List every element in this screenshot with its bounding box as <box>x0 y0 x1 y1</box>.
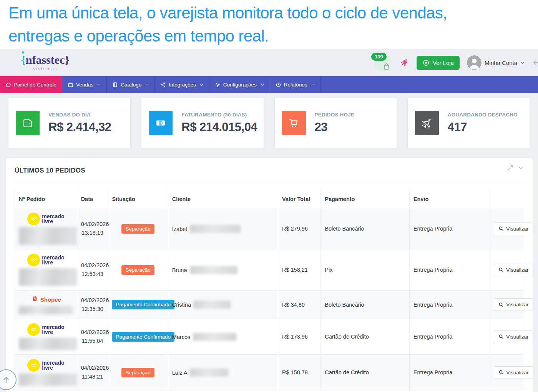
nav-item-configuracoes[interactable]: Configurações <box>209 76 270 93</box>
configuracoes-icon <box>215 82 221 88</box>
plane-icon <box>415 111 439 135</box>
app-header: {nfasstec} sistemas 139 Ver Loja Minha C… <box>0 49 538 76</box>
order-time: 12:53:43 <box>81 270 104 279</box>
orders-table: Nº PedidoDataSituaçãoClienteValor TotalP… <box>15 190 524 390</box>
expand-icon[interactable] <box>507 164 513 171</box>
ver-loja-label: Ver Loja <box>433 60 454 66</box>
nav-item-painel[interactable]: Painel de Controle <box>0 76 62 93</box>
nav-item-catalogo[interactable]: Catálogo <box>107 76 155 93</box>
banknote-icon <box>149 111 173 135</box>
column-header: Envio <box>409 190 490 208</box>
chevron-down-icon <box>145 83 149 87</box>
order-row: mercadolivre04/02/202612:53:43SeparaçãoB… <box>15 249 524 291</box>
order-date: 04/02/2026 <box>81 261 104 270</box>
column-header: Cliente <box>168 190 278 208</box>
status-cell: Pagamento Confirmado <box>108 319 168 355</box>
avatar <box>467 55 482 70</box>
mercadolivre-logo: mercadolivre <box>19 323 73 336</box>
orders-panel-header: ÚLTIMOS 10 PEDIDOS <box>15 167 524 174</box>
nav-item-relatorios[interactable]: Relatórios <box>270 76 321 93</box>
view-button[interactable]: Visualizar <box>494 366 533 379</box>
redacted-order-number <box>19 374 77 386</box>
logo-infasstec[interactable]: {nfasstec} sistemas <box>21 54 69 71</box>
kpi-label: FATURAMENTO (30 DIAS) <box>181 112 257 118</box>
shopping-bag-icon <box>382 62 391 71</box>
magnifier-icon <box>498 370 504 375</box>
client-cell: Izabel <box>168 208 278 249</box>
home-icon <box>5 82 11 88</box>
status-cell: Separação <box>108 249 168 291</box>
kpi-text: PEDIDOS HOJE23 <box>315 112 355 134</box>
magnifier-icon <box>498 334 504 339</box>
order-number-cell: mercadolivre <box>15 319 77 355</box>
view-button-label: Visualizar <box>506 226 528 232</box>
order-time: 11:48:21 <box>81 372 104 381</box>
total-cell: R$ 173,96 <box>278 319 320 355</box>
nav-item-label: Vendas <box>76 82 93 88</box>
nav-item-label: Integrações <box>169 82 196 88</box>
handshake-icon <box>27 359 40 372</box>
nav-item-vendas[interactable]: Vendas <box>62 76 107 93</box>
order-time: 11:55:04 <box>81 337 104 345</box>
date-cell: 04/02/202611:55:04 <box>77 319 108 355</box>
chevron-down-icon <box>311 83 315 87</box>
ver-loja-button[interactable]: Ver Loja <box>417 56 460 70</box>
kpi-value: R$ 214.015,04 <box>181 120 257 134</box>
account-menu[interactable]: Minha Conta <box>467 55 525 70</box>
logout-icon[interactable] <box>532 56 538 69</box>
chevron-down-icon <box>199 83 204 87</box>
order-date: 04/02/2026 <box>81 220 104 229</box>
view-button[interactable]: Visualizar <box>494 298 533 311</box>
shopee-bag-icon: S <box>31 295 39 304</box>
client-cell: Cristina <box>168 291 278 319</box>
account-label: Minha Conta <box>485 60 517 66</box>
kpi-label: AGUARDANDO DESPACHO <box>448 112 518 118</box>
column-header: Data <box>77 190 108 208</box>
nav-item-label: Configurações <box>223 82 257 88</box>
status-badge: Separação <box>121 224 154 234</box>
kpi-label: PEDIDOS HOJE <box>315 112 355 118</box>
shipping-cell: Entrega Propria <box>409 319 490 355</box>
mercadolivre-logo: mercadolivre <box>19 359 73 372</box>
order-time: 12:35:30 <box>81 305 104 314</box>
kpi-card-pedidos-hoje: PEDIDOS HOJE23 <box>275 98 397 148</box>
logo-dot <box>22 51 24 53</box>
shopee-wordmark: Shopee <box>40 296 61 303</box>
view-button-label: Visualizar <box>506 302 528 307</box>
cart-icon <box>282 111 306 135</box>
notifications-badge[interactable]: 139 <box>374 54 392 71</box>
nav-item-integracoes[interactable]: Integrações <box>155 76 209 93</box>
status-badge: Pagamento Confirmado <box>112 300 174 309</box>
order-row: SShopee04/02/202612:35:30Pagamento Confi… <box>15 291 524 319</box>
view-button[interactable]: Visualizar <box>494 223 533 235</box>
eye-icon <box>422 59 430 66</box>
status-cell: Separação <box>108 208 168 249</box>
client-name: Bruna <box>172 267 187 273</box>
kpi-card-vendas-do-dia: VENDAS DO DIAR$ 2.414,32 <box>8 98 130 148</box>
order-time: 13:18:19 <box>81 229 104 238</box>
view-button-label: Visualizar <box>506 334 528 340</box>
kpi-card-aguardando-despacho: AGUARDANDO DESPACHO417 <box>408 98 530 148</box>
logo-wordmark: {nfasstec} <box>21 54 69 66</box>
magnifier-icon <box>498 267 504 272</box>
divider <box>15 183 524 183</box>
view-button[interactable]: Visualizar <box>494 331 533 343</box>
kpi-value: R$ 2.414,32 <box>48 120 111 134</box>
client-cell: Marcos <box>168 319 278 355</box>
handshake-icon <box>27 323 40 336</box>
collapse-chevron-icon[interactable] <box>518 164 524 171</box>
status-badge: Separação <box>121 265 154 275</box>
rocket-icon[interactable] <box>399 58 409 68</box>
view-button[interactable]: Visualizar <box>494 264 533 276</box>
logo-brace-left: { <box>21 53 26 66</box>
redacted-client-name <box>190 266 237 274</box>
logo-brace-right: } <box>65 53 69 66</box>
total-cell: R$ 158,21 <box>278 249 320 291</box>
redacted-order-number <box>19 306 73 314</box>
date-cell: 04/02/202612:35:30 <box>77 291 108 319</box>
logo-name: nfasstec <box>26 53 65 66</box>
status-badge: Separação <box>121 368 154 377</box>
mercadolivre-wordmark: mercadolivre <box>42 325 64 335</box>
arrow-up-icon <box>1 375 11 385</box>
nav-item-label: Relatórios <box>284 82 307 88</box>
